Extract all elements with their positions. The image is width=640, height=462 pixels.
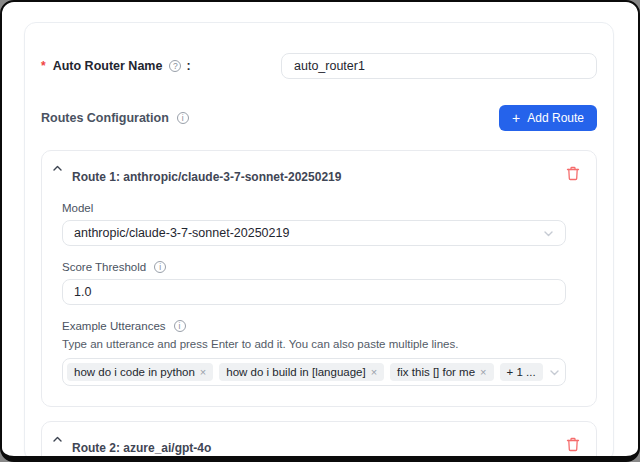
delete-route-1-icon[interactable] — [566, 166, 580, 181]
add-route-button[interactable]: + Add Route — [499, 105, 597, 131]
plus-icon: + — [512, 111, 520, 125]
chevron-up-icon[interactable] — [52, 434, 63, 445]
route-2-title: Route 2: azure_ai/gpt-4o — [72, 433, 211, 455]
utterance-tag: fix this [] for me × — [390, 363, 493, 381]
auto-router-name-row: * Auto Router Name ? : — [41, 53, 597, 79]
remove-tag-icon[interactable]: × — [200, 367, 206, 378]
overflow-tag[interactable]: + 1 ... — [500, 363, 543, 381]
route-1-title: Route 1: anthropic/claude-3-7-sonnet-202… — [72, 162, 341, 184]
chevron-down-icon — [543, 228, 554, 239]
chevron-up-icon[interactable] — [52, 163, 63, 174]
utterance-tag: how do i build in [language] × — [219, 363, 384, 381]
model-label: Model — [62, 202, 566, 214]
utterance-tag: how do i code in python × — [67, 363, 213, 381]
remove-tag-icon[interactable]: × — [371, 367, 377, 378]
routes-configuration-label: Routes Configuration i — [41, 111, 189, 125]
example-utterances-label: Example Utterances i — [62, 320, 566, 332]
delete-route-2-icon[interactable] — [566, 437, 580, 452]
score-threshold-label: Score Threshold i — [62, 261, 566, 273]
info-circle-icon[interactable]: i — [177, 112, 189, 124]
auto-router-form-card: * Auto Router Name ? : Routes Configurat… — [24, 22, 614, 462]
remove-tag-icon[interactable]: × — [480, 367, 486, 378]
routes-configuration-header: Routes Configuration i + Add Route — [41, 105, 597, 131]
route-2-header: Route 2: azure_ai/gpt-4o — [42, 433, 596, 455]
route-1-header: Route 1: anthropic/claude-3-7-sonnet-202… — [42, 162, 596, 184]
utterances-tags-input[interactable]: how do i code in python × how do i build… — [62, 358, 566, 386]
required-asterisk: * — [41, 59, 46, 73]
score-threshold-input[interactable] — [62, 279, 566, 305]
model-select-value: anthropic/claude-3-7-sonnet-20250219 — [74, 226, 289, 240]
route-1-panel: Route 1: anthropic/claude-3-7-sonnet-202… — [41, 150, 597, 407]
utterances-helper-text: Type an utterance and press Enter to add… — [62, 338, 566, 350]
auto-router-name-input[interactable] — [281, 53, 597, 79]
info-circle-icon[interactable]: i — [174, 320, 186, 332]
question-circle-icon[interactable]: ? — [169, 60, 181, 72]
info-circle-icon[interactable]: i — [154, 261, 166, 273]
chevron-down-icon — [549, 367, 560, 378]
route-2-panel: Route 2: azure_ai/gpt-4o — [41, 421, 597, 462]
route-1-body: Model anthropic/claude-3-7-sonnet-202502… — [42, 202, 596, 386]
model-select[interactable]: anthropic/claude-3-7-sonnet-20250219 — [62, 220, 566, 246]
auto-router-name-label: * Auto Router Name ? : — [41, 59, 191, 73]
app-window: * Auto Router Name ? : Routes Configurat… — [0, 0, 640, 462]
